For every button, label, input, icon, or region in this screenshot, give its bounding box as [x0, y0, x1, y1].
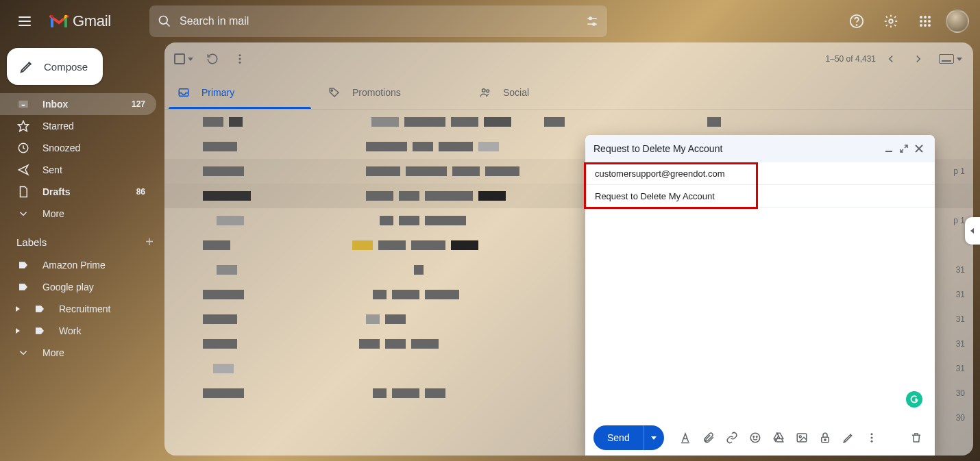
- account-avatar[interactable]: [946, 10, 969, 33]
- date-cell: [943, 134, 968, 159]
- support-button[interactable]: [843, 8, 870, 35]
- sidebar-item-snoozed[interactable]: Snoozed: [0, 137, 156, 159]
- sidebar-item-sent[interactable]: Sent: [0, 159, 156, 181]
- svg-point-39: [824, 439, 826, 440]
- labels-heading: Labels: [16, 236, 47, 248]
- insert-emoji-button[interactable]: [745, 427, 765, 448]
- main-menu-button[interactable]: [8, 5, 41, 38]
- label-work[interactable]: Work: [0, 320, 156, 342]
- discard-draft-button[interactable]: [906, 427, 927, 448]
- caret-icon: [651, 436, 657, 440]
- label-icon: [16, 280, 30, 294]
- tag-icon: [328, 86, 341, 99]
- send-icon: [16, 163, 30, 177]
- star-icon: [16, 119, 30, 133]
- send-button[interactable]: Send: [593, 425, 644, 450]
- search-options-icon[interactable]: [584, 13, 600, 29]
- grammarly-badge[interactable]: [906, 391, 922, 408]
- compose-title: Request to Delete My Account: [593, 143, 881, 154]
- gmail-icon: [49, 14, 69, 29]
- label-amazon-prime[interactable]: Amazon Prime: [0, 254, 156, 276]
- tab-label: Social: [503, 87, 529, 98]
- grammarly-icon: [909, 395, 919, 404]
- label-text: Recruitment: [59, 303, 110, 314]
- formatting-button[interactable]: [675, 427, 696, 448]
- svg-point-13: [924, 20, 927, 23]
- nav-label: Starred: [42, 121, 74, 132]
- date-cell: 31: [943, 282, 968, 307]
- minimize-button[interactable]: [881, 141, 896, 156]
- nav-count: 86: [136, 187, 145, 197]
- gmail-logo[interactable]: Gmail: [49, 12, 111, 30]
- next-page-button[interactable]: [906, 47, 931, 71]
- insert-signature-button[interactable]: [838, 427, 859, 448]
- mail-date-column: p 1 p 1 31 31 31 31 31 30 30: [943, 110, 968, 456]
- insert-drive-button[interactable]: [768, 427, 789, 448]
- confidential-mode-button[interactable]: [815, 427, 835, 448]
- tab-social[interactable]: Social: [466, 75, 617, 109]
- tab-promotions[interactable]: Promotions: [315, 75, 466, 109]
- sidebar-item-drafts[interactable]: Drafts 86: [0, 181, 156, 203]
- refresh-button[interactable]: [200, 47, 225, 71]
- search-icon[interactable]: [156, 13, 173, 29]
- svg-marker-18: [19, 121, 29, 132]
- svg-line-1: [166, 23, 169, 27]
- sidebar-item-more[interactable]: More: [0, 203, 156, 225]
- svg-point-40: [870, 433, 872, 435]
- select-all-dropdown[interactable]: [170, 49, 197, 68]
- text-format-icon: [679, 432, 691, 444]
- subject-field[interactable]: Request to Delete My Account: [585, 185, 935, 208]
- input-tools-button[interactable]: [933, 54, 968, 64]
- image-icon: [796, 432, 808, 444]
- close-button[interactable]: [911, 141, 927, 156]
- nav-label: More: [42, 208, 64, 219]
- nav-label: Inbox: [42, 99, 68, 110]
- add-label-button[interactable]: +: [145, 234, 154, 250]
- sidebar-item-inbox[interactable]: Inbox 127: [0, 93, 156, 115]
- fullscreen-button[interactable]: [896, 141, 911, 156]
- lock-clock-icon: [819, 432, 831, 444]
- select-checkbox[interactable]: [174, 53, 185, 64]
- label-google-play[interactable]: Google play: [0, 276, 156, 298]
- label-icon: [33, 302, 47, 316]
- label-text: Amazon Prime: [42, 260, 106, 271]
- drive-icon: [772, 432, 785, 444]
- label-icon: [16, 258, 30, 272]
- labels-more[interactable]: More: [0, 342, 156, 364]
- compose-window: Request to Delete My Account customersup…: [585, 135, 935, 456]
- prev-page-button[interactable]: [879, 47, 903, 71]
- pagination-range: 1–50 of 4,431: [826, 54, 876, 64]
- compose-more-button[interactable]: [861, 427, 882, 448]
- side-panel-toggle[interactable]: [965, 217, 980, 245]
- tab-primary[interactable]: Primary: [164, 75, 315, 109]
- attach-button[interactable]: [698, 427, 719, 448]
- sidebar-item-starred[interactable]: Starred: [0, 115, 156, 137]
- more-actions-button[interactable]: [228, 47, 252, 71]
- search-box[interactable]: Search in mail: [149, 5, 607, 37]
- svg-rect-29: [885, 151, 892, 152]
- svg-point-35: [756, 436, 757, 438]
- chevron-right-icon: [912, 53, 924, 65]
- compose-header[interactable]: Request to Delete My Account: [585, 135, 935, 162]
- svg-point-9: [920, 16, 922, 18]
- help-icon: [849, 14, 864, 29]
- link-icon: [726, 432, 738, 444]
- label-recruitment[interactable]: Recruitment: [0, 298, 156, 320]
- date-cell: 30: [943, 406, 968, 430]
- keyboard-icon: [939, 54, 954, 64]
- compose-body[interactable]: [585, 208, 935, 420]
- caret-icon: [957, 58, 962, 61]
- recipients-field[interactable]: customersupport@greendot.com: [585, 162, 935, 185]
- recipients-value: customersupport@greendot.com: [595, 169, 725, 179]
- google-apps-button[interactable]: [911, 8, 939, 35]
- more-vert-icon: [866, 432, 878, 444]
- settings-button[interactable]: [877, 8, 905, 35]
- compose-label: Compose: [44, 61, 88, 73]
- send-options-button[interactable]: [644, 425, 664, 450]
- search-input[interactable]: Search in mail: [180, 15, 577, 27]
- tab-label: Primary: [201, 87, 234, 98]
- insert-link-button[interactable]: [722, 427, 742, 448]
- svg-point-26: [331, 89, 332, 90]
- insert-photo-button[interactable]: [792, 427, 812, 448]
- compose-button[interactable]: Compose: [7, 48, 103, 85]
